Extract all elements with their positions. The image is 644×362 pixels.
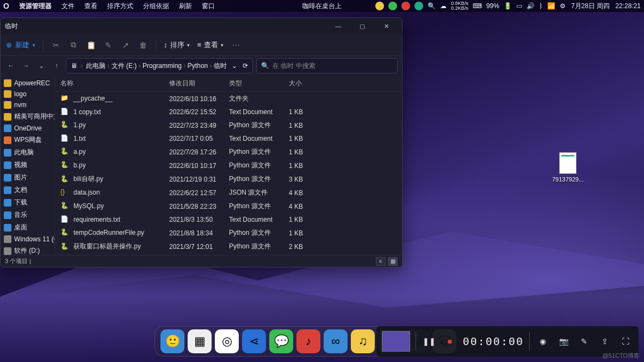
window-titlebar[interactable]: 临时 — ▢ ✕ (1, 18, 402, 34)
maximize-button[interactable]: ▢ (351, 18, 374, 34)
sidebar-item[interactable]: Windows 11 (C (1, 234, 54, 245)
time-text[interactable]: 22:28:21 (615, 2, 641, 10)
wechat-tray-icon[interactable] (388, 2, 397, 10)
sidebar-item[interactable]: nvm (1, 99, 54, 110)
menu-文件[interactable]: 文件 (61, 2, 75, 10)
spotlight-icon[interactable]: 🔍 (428, 2, 436, 10)
volume-icon[interactable]: 🔊 (527, 2, 535, 10)
upload-icon[interactable]: ⇪ (597, 334, 612, 349)
recent-dropdown[interactable]: ⌄ (35, 60, 47, 72)
view-details-toggle[interactable]: ≡ (376, 257, 386, 266)
sidebar-item[interactable]: ApowerREC (1, 78, 54, 89)
file-row[interactable]: 📁__pycache__ 2022/6/10 10:16 文件夹 (55, 92, 402, 106)
file-list[interactable]: 名称 修改日期 类型 大小 📁__pycache__ 2022/6/10 10:… (55, 76, 402, 255)
breadcrumb-segment[interactable]: 文件 (E:) (112, 62, 137, 70)
menu-窗口[interactable]: 窗口 (202, 2, 215, 10)
breadcrumb[interactable]: 🖥 › 此电脑 › 文件 (E:) › Programming › Python… (66, 58, 253, 73)
breadcrumb-segment[interactable]: 此电脑 (86, 62, 106, 70)
close-button[interactable]: ✕ (375, 18, 398, 34)
file-row[interactable]: 🐍tempCodeRunnerFile.py 2021/8/8 18:34 Py… (55, 226, 402, 240)
dock-app-vscode[interactable]: ⋖ (242, 329, 266, 353)
col-type[interactable]: 类型 (224, 76, 283, 92)
app-name[interactable]: 资源管理器 (19, 2, 52, 11)
share-icon[interactable]: ↗ (121, 40, 131, 50)
file-row[interactable]: 📄1.txt 2022/7/17 0:05 Text Document 1 KB (55, 132, 402, 145)
more-icon[interactable]: ⋯ (231, 40, 241, 50)
dock-app-finder[interactable]: 🙂 (160, 329, 184, 353)
file-row[interactable]: {}data.json 2022/6/22 12:57 JSON 源文件 4 K… (55, 186, 402, 199)
now-playing[interactable]: 咖啡在桌台上 (302, 2, 342, 11)
delete-icon[interactable]: 🗑 (138, 40, 148, 50)
new-button[interactable]: ⊕ 新建 ▾ (6, 40, 35, 50)
tray-icon-1[interactable] (375, 2, 384, 10)
keyboard-icon[interactable]: ⌨ (473, 2, 482, 10)
refresh-icon[interactable]: ⟳ (243, 62, 248, 70)
breadcrumb-segment[interactable]: 临时 (214, 62, 227, 70)
col-name[interactable]: 名称 (55, 76, 164, 92)
recorder-preview[interactable] (382, 331, 410, 352)
menu-分组依据[interactable]: 分组依据 (143, 2, 169, 10)
sidebar-item[interactable]: 图片 (1, 171, 54, 184)
sidebar-item[interactable]: 下载 (1, 196, 54, 209)
up-button[interactable]: ↑ (51, 60, 63, 72)
desktop-file-icon[interactable]: 79137929... (546, 152, 590, 183)
file-row[interactable]: 📄1 copy.txt 2022/6/22 15:52 Text Documen… (55, 105, 402, 118)
sidebar-item[interactable]: 音乐 (1, 209, 54, 221)
sort-button[interactable]: ↕ 排序 ▾ (164, 40, 190, 50)
file-row[interactable]: 🐍b.py 2022/6/10 10:17 Python 源文件 1 KB (55, 159, 402, 172)
file-row[interactable]: 🐍a.py 2022/7/28 17:26 Python 源文件 1 KB (55, 145, 402, 159)
file-row[interactable]: 📄requirements.txt 2021/8/3 13:50 Text Do… (55, 213, 402, 226)
battery-icon[interactable]: 🔋 (504, 2, 512, 10)
sidebar-item[interactable]: 视频 (1, 159, 54, 171)
tray-icon-3[interactable] (401, 2, 410, 10)
menu-查看[interactable]: 查看 (84, 2, 97, 10)
breadcrumb-segment[interactable]: Programming (143, 62, 182, 70)
minimize-button[interactable]: — (327, 18, 350, 34)
dock-app-qqmusic[interactable]: ♫ (351, 329, 375, 353)
file-row[interactable]: 🐍获取窗口标题并操作.py 2021/3/7 12:01 Python 源文件 … (55, 240, 402, 253)
pause-button[interactable]: ❚❚ (422, 334, 437, 349)
dock-app-wechat[interactable]: 💬 (269, 329, 293, 353)
sidebar-item[interactable]: OneDrive (1, 123, 54, 134)
breadcrumb-segment[interactable]: Python (188, 62, 208, 70)
sidebar-item[interactable]: WPS网盘 (1, 134, 54, 146)
file-row[interactable]: 🐍bili自研.py 2021/12/19 0:31 Python 源文件 3 … (55, 172, 402, 186)
rec-indicator-icon[interactable]: ◉ (535, 334, 550, 349)
forward-button[interactable]: → (20, 60, 32, 72)
file-row[interactable]: 🐍MySQL.py 2021/5/28 22:23 Python 源文件 4 K… (55, 199, 402, 213)
menu-排序方式[interactable]: 排序方式 (107, 2, 133, 10)
cloud-icon[interactable]: ☁ (440, 2, 447, 10)
sidebar-item[interactable]: 文档 (1, 184, 54, 196)
copy-icon[interactable]: ⧉ (69, 40, 78, 50)
wifi-icon[interactable]: 📶 (547, 2, 555, 10)
cut-icon[interactable]: ✂ (51, 40, 61, 50)
dock-app-launchpad[interactable]: ▦ (188, 329, 212, 353)
expand-icon[interactable]: ⛶ (618, 334, 633, 349)
col-date[interactable]: 修改日期 (164, 76, 224, 92)
control-center-icon[interactable]: ⚙ (560, 2, 566, 10)
file-row[interactable]: 🐍1.py 2022/7/23 23:49 Python 源文件 1 KB (55, 118, 402, 132)
camera-icon[interactable]: 📷 (556, 334, 571, 349)
paste-icon[interactable]: 📋 (86, 40, 96, 50)
sidebar-item[interactable]: 软件 (D:) (1, 245, 54, 255)
dock-app-netease[interactable]: ♪ (296, 329, 320, 353)
sidebar-item[interactable]: 此电脑 (1, 146, 54, 159)
sidebar-item[interactable]: logo (1, 89, 54, 99)
date-text[interactable]: 7月28日 周四 (571, 2, 610, 11)
dock-app-baidu[interactable]: ∞ (324, 329, 348, 353)
search-box[interactable]: 🔍 在 临时 中搜索 (256, 58, 398, 73)
annotate-icon[interactable]: ✎ (577, 334, 592, 349)
tray-icon-4[interactable] (414, 2, 423, 10)
dock-app-chrome[interactable]: ◎ (215, 329, 239, 353)
sidebar-item[interactable]: 桌面 (1, 221, 54, 234)
view-button[interactable]: ≡ 查看 ▾ (197, 40, 224, 50)
sidebar-item[interactable]: 精美可商用中文 (1, 110, 54, 123)
menu-刷新[interactable]: 刷新 (179, 2, 192, 10)
stop-button[interactable]: ■ (442, 334, 457, 349)
rename-icon[interactable]: ✎ (103, 40, 113, 50)
back-button[interactable]: ← (5, 60, 17, 72)
view-icons-toggle[interactable]: ▦ (388, 257, 398, 266)
bluetooth-icon[interactable]: ᛒ (539, 2, 543, 10)
display-icon[interactable]: ▭ (516, 2, 522, 10)
col-size[interactable]: 大小 (283, 76, 402, 92)
